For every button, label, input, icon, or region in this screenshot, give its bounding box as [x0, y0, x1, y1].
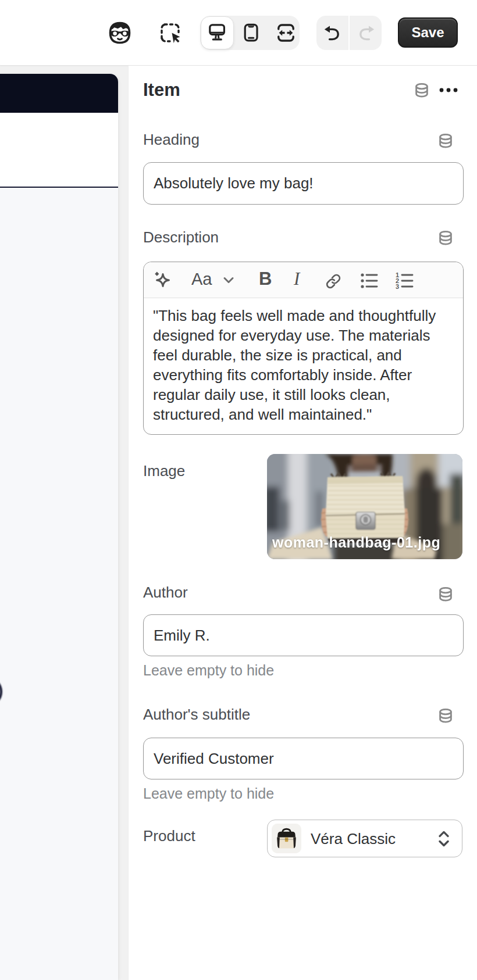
svg-text:3: 3 [396, 283, 399, 289]
